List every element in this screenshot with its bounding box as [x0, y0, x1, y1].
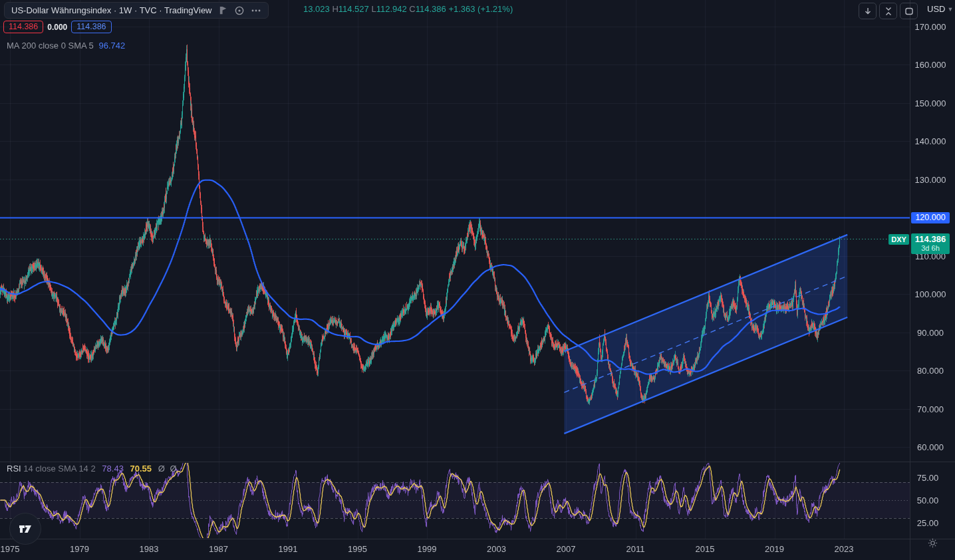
year-tick-label: 2015	[696, 544, 715, 554]
horizontal-line-price-badge: 120.000	[911, 212, 950, 223]
year-tick-label: 2003	[487, 544, 506, 554]
move-pane-down-button[interactable]	[859, 3, 877, 19]
currency-label: USD	[927, 4, 945, 14]
tradingview-chart-window: US-Dollar Währungsindex · 1W · TVC · Tra…	[0, 0, 955, 560]
price-tick-label: 130.000	[908, 175, 952, 185]
rsi-empty-1: Ø	[158, 464, 165, 474]
flag-icon[interactable]	[218, 5, 228, 15]
year-tick-label: 1999	[418, 544, 437, 554]
rsi-params: 14 close SMA 14 2	[23, 464, 95, 474]
year-tick-label: 2023	[835, 544, 854, 554]
price-tick-label: 140.000	[908, 136, 952, 146]
year-tick-label: 1975	[1, 544, 20, 554]
open-value: 13.023	[303, 4, 330, 14]
price-tick-label: 90.000	[908, 328, 952, 338]
year-tick-label: 1979	[70, 544, 89, 554]
last-price-badge: 114.386 3d 6h	[911, 233, 950, 254]
price-tick-label: 100.000	[908, 289, 952, 299]
quote-badges: 114.386 0.000 114.386	[3, 21, 112, 33]
close-label: C	[409, 4, 415, 14]
eye-icon[interactable]	[234, 5, 245, 16]
rsi-tick-label: 50.00	[906, 495, 950, 505]
price-tick-label: 150.000	[908, 98, 952, 108]
symbol-header-pill[interactable]: US-Dollar Währungsindex · 1W · TVC · Tra…	[4, 2, 269, 19]
price-tick-label: 60.000	[908, 442, 952, 452]
ma-value: 96.742	[98, 41, 125, 51]
price-tick-label: 80.000	[908, 366, 952, 376]
year-tick-label: 2019	[765, 544, 784, 554]
year-tick-label: 2011	[626, 544, 645, 554]
high-value: 114.527	[339, 4, 369, 14]
bid-badge[interactable]: 114.386	[3, 21, 43, 33]
ma-params: 200 close 0 SMA 5	[21, 41, 93, 51]
price-tick-label: 160.000	[908, 60, 952, 70]
bar-countdown: 3d 6h	[911, 244, 950, 252]
low-label: L	[371, 4, 376, 14]
rsi-tick-label: 75.00	[906, 473, 950, 483]
ask-badge[interactable]: 114.386	[71, 21, 111, 33]
fullscreen-button[interactable]	[900, 3, 918, 19]
change-value: +1.363 (+1.21%)	[448, 4, 513, 14]
pane-controls	[859, 3, 918, 19]
rsi-value: 78.43	[102, 464, 124, 474]
ma-legend[interactable]: MA 200 close 0 SMA 5 96.742	[7, 41, 125, 51]
rsi-legend[interactable]: RSI 14 close SMA 14 2 78.43 70.55 Ø Ø	[7, 464, 177, 474]
spread-value: 0.000	[47, 23, 67, 32]
year-tick-label: 1991	[279, 544, 298, 554]
currency-selector[interactable]: USD ▼	[927, 4, 953, 14]
rsi-empty-2: Ø	[170, 464, 176, 474]
rsi-sma-value: 70.55	[130, 464, 152, 474]
price-tick-label: 170.000	[908, 22, 952, 32]
maximize-pane-button[interactable]	[879, 3, 897, 19]
main-chart-canvas[interactable]	[0, 0, 955, 560]
close-value: 114.386	[416, 4, 446, 14]
symbol-price-label: DXY	[888, 234, 909, 245]
year-tick-label: 1995	[348, 544, 367, 554]
rsi-name: RSI	[7, 464, 21, 474]
high-label: H	[332, 4, 338, 14]
chart-settings-gear-icon[interactable]	[927, 537, 938, 551]
year-tick-label: 1983	[140, 544, 159, 554]
year-tick-label: 2007	[557, 544, 576, 554]
chart-title: US-Dollar Währungsindex · 1W · TVC · Tra…	[11, 5, 212, 15]
low-value: 112.942	[376, 4, 407, 14]
more-options-icon[interactable]	[251, 5, 261, 16]
tradingview-logo[interactable]	[9, 513, 41, 545]
price-tick-label: 70.000	[908, 404, 952, 414]
ma-name: MA	[7, 41, 19, 51]
chevron-down-icon: ▼	[947, 6, 953, 13]
year-tick-label: 1987	[209, 544, 228, 554]
rsi-tick-label: 25.00	[906, 518, 950, 528]
last-price-value: 114.386	[911, 235, 950, 244]
ohlc-readout: 13.023 H114.527 L112.942 C114.386 +1.363…	[303, 4, 513, 14]
